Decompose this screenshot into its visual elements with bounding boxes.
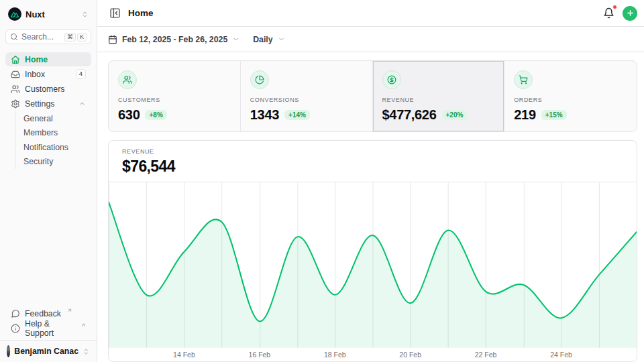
home-icon bbox=[11, 55, 20, 64]
sidebar-item-inbox[interactable]: Inbox 4 bbox=[5, 67, 91, 81]
svg-text:24 Feb: 24 Feb bbox=[550, 351, 572, 359]
search-input[interactable]: Search... ⌘K bbox=[5, 29, 91, 44]
cart-icon bbox=[514, 70, 533, 89]
settings-subnav: General Members Notifications Security bbox=[15, 111, 91, 169]
notifications-button[interactable] bbox=[602, 6, 616, 20]
chevron-down-icon bbox=[278, 36, 285, 43]
workspace-switcher[interactable]: Nuxt bbox=[5, 5, 91, 23]
stat-change-badge: +8% bbox=[145, 110, 166, 120]
collapse-sidebar-button[interactable] bbox=[108, 6, 122, 20]
stat-value: 219 bbox=[514, 107, 535, 123]
search-placeholder: Search... bbox=[21, 32, 54, 42]
svg-text:20 Feb: 20 Feb bbox=[399, 351, 421, 359]
user-name: Benjamin Canac bbox=[14, 347, 78, 356]
workspace-name: Nuxt bbox=[25, 9, 45, 19]
inbox-icon bbox=[11, 70, 20, 79]
chart-metric-value: $76,544 bbox=[122, 158, 623, 176]
message-bubble-icon bbox=[11, 309, 20, 318]
pie-chart-icon bbox=[250, 70, 269, 89]
chevrons-up-down-icon[interactable] bbox=[81, 11, 89, 18]
sidebar-spacer bbox=[5, 170, 91, 306]
date-range-picker[interactable]: Feb 12, 2025 - Feb 26, 2025 bbox=[108, 35, 239, 44]
sidebar: Nuxt Search... ⌘K Home Inbox 4 bbox=[0, 0, 97, 362]
chevron-up-icon bbox=[78, 100, 86, 107]
sidebar-item-notifications[interactable]: Notifications bbox=[15, 140, 91, 155]
search-icon bbox=[10, 33, 18, 41]
revenue-chart[interactable]: 14 Feb16 Feb18 Feb20 Feb22 Feb24 Feb bbox=[109, 182, 637, 361]
nuxt-logo-icon bbox=[8, 7, 21, 21]
svg-text:18 Feb: 18 Feb bbox=[324, 351, 346, 359]
avatar bbox=[7, 345, 10, 357]
sidebar-item-home[interactable]: Home bbox=[5, 52, 91, 66]
stat-label: CONVERSIONS bbox=[250, 97, 363, 103]
sidebar-item-label: Customers bbox=[25, 84, 64, 94]
users-icon bbox=[11, 84, 20, 94]
svg-text:22 Feb: 22 Feb bbox=[475, 351, 497, 359]
stat-value: 630 bbox=[118, 107, 140, 123]
footer-item-label: Feedback bbox=[25, 309, 61, 318]
calendar-icon bbox=[108, 35, 117, 44]
main-area: Home Feb 12, 2025 - Feb 26, 2025 bbox=[97, 0, 644, 362]
info-circle-icon bbox=[11, 324, 20, 333]
arrow-up-right-icon bbox=[67, 308, 72, 313]
stat-card-customers[interactable]: CUSTOMERS 630 +8% bbox=[109, 61, 241, 131]
sub-item-label: Members bbox=[23, 128, 58, 137]
stat-change-badge: +15% bbox=[541, 110, 567, 120]
kbd-cmd: ⌘ bbox=[64, 33, 76, 42]
dashboard-content: CUSTOMERS 630 +8% CONVERSIONS 1343 +14% bbox=[97, 52, 644, 362]
search-shortcut: ⌘K bbox=[64, 33, 87, 42]
inbox-count-badge: 4 bbox=[76, 69, 86, 78]
sub-item-label: General bbox=[23, 114, 53, 123]
period-label: Daily bbox=[253, 35, 272, 44]
stat-card-conversions[interactable]: CONVERSIONS 1343 +14% bbox=[241, 61, 373, 131]
stat-change-badge: +20% bbox=[442, 110, 468, 120]
notification-dot bbox=[612, 5, 617, 9]
help-support-link[interactable]: Help & Support bbox=[5, 321, 91, 335]
kbd-k: K bbox=[77, 33, 87, 42]
sidebar-item-members[interactable]: Members bbox=[15, 126, 91, 141]
plus-icon bbox=[626, 9, 635, 17]
arrow-up-right-icon bbox=[80, 322, 86, 328]
stat-change-badge: +14% bbox=[284, 110, 310, 120]
sidebar-item-label: Home bbox=[25, 55, 48, 64]
panel-left-close-icon bbox=[109, 7, 121, 19]
add-button[interactable] bbox=[623, 6, 637, 21]
stat-label: CUSTOMERS bbox=[118, 97, 231, 103]
sidebar-item-label: Settings bbox=[25, 99, 54, 109]
gear-icon bbox=[11, 99, 20, 109]
users-icon bbox=[118, 70, 137, 89]
svg-text:14 Feb: 14 Feb bbox=[173, 351, 195, 359]
stat-card-revenue[interactable]: REVENUE $477,626 +20% bbox=[373, 61, 505, 131]
page-title: Home bbox=[128, 8, 154, 18]
sub-item-label: Notifications bbox=[23, 143, 68, 152]
chart-metric-label: REVENUE bbox=[122, 148, 623, 155]
sub-item-label: Security bbox=[23, 157, 53, 166]
chevrons-up-down-icon bbox=[83, 348, 90, 355]
svg-text:16 Feb: 16 Feb bbox=[249, 351, 271, 359]
sidebar-item-general[interactable]: General bbox=[15, 111, 91, 126]
sidebar-item-customers[interactable]: Customers bbox=[5, 82, 91, 96]
page-header: Home bbox=[97, 0, 644, 27]
sidebar-item-settings[interactable]: Settings bbox=[5, 97, 91, 111]
circle-dollar-icon bbox=[382, 70, 401, 89]
date-range-label: Feb 12, 2025 - Feb 26, 2025 bbox=[122, 35, 227, 44]
user-menu[interactable]: Benjamin Canac bbox=[0, 340, 97, 362]
stat-label: REVENUE bbox=[382, 97, 495, 103]
header-actions bbox=[602, 6, 637, 21]
revenue-chart-svg: 14 Feb16 Feb18 Feb20 Feb22 Feb24 Feb bbox=[109, 182, 637, 361]
revenue-chart-panel: REVENUE $76,544 14 Feb16 Feb18 Feb20 Feb… bbox=[108, 140, 637, 362]
stat-value: $477,626 bbox=[382, 107, 437, 123]
footer-item-label: Help & Support bbox=[25, 319, 74, 338]
chart-header: REVENUE $76,544 bbox=[109, 141, 637, 182]
stat-card-orders[interactable]: ORDERS 219 +15% bbox=[504, 61, 637, 131]
stats-grid: CUSTOMERS 630 +8% CONVERSIONS 1343 +14% bbox=[108, 60, 637, 132]
chevron-down-icon bbox=[232, 36, 239, 43]
filters-toolbar: Feb 12, 2025 - Feb 26, 2025 Daily bbox=[97, 27, 644, 52]
period-select[interactable]: Daily bbox=[253, 35, 284, 44]
stat-value: 1343 bbox=[250, 107, 279, 123]
sidebar-item-label: Inbox bbox=[25, 70, 45, 79]
bell-icon bbox=[603, 7, 614, 19]
stat-label: ORDERS bbox=[514, 97, 627, 103]
sidebar-nav: Home Inbox 4 Customers Settings Genera bbox=[5, 52, 91, 170]
sidebar-item-security[interactable]: Security bbox=[15, 155, 91, 170]
